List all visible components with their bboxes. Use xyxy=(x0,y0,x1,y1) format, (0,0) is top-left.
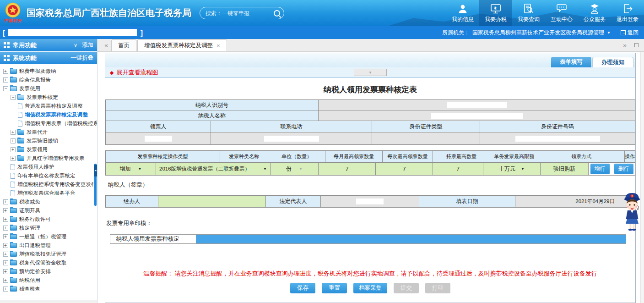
sidebar-section-system[interactable]: 系统功能 一键折叠 xyxy=(0,52,97,64)
sidebar-item[interactable]: 发票领用人维护 xyxy=(0,163,97,171)
tree-toggle-icon[interactable] xyxy=(3,278,8,283)
tree-toggle-icon[interactable] xyxy=(3,217,8,222)
search-icon[interactable] xyxy=(274,10,280,17)
sidebar-item[interactable]: 税费申报及缴纳 xyxy=(0,67,97,76)
sidebar-item[interactable]: 纳税信用 xyxy=(0,276,97,285)
sidebar-item[interactable]: 核定管理 xyxy=(0,224,97,232)
app-window: 中国税务 国家税务总局广西壮族自治区电子税务局 我的信息 我要办税 xyxy=(0,0,644,303)
tree-toggle-icon[interactable] xyxy=(3,286,8,292)
sidebar-item[interactable]: 证明开具 xyxy=(0,206,97,215)
form-action-button[interactable]: 打印 xyxy=(425,283,450,293)
sidebar-item[interactable]: 综合信息报告 xyxy=(0,76,97,84)
close-tab-icon[interactable]: × xyxy=(216,40,220,51)
sidebar-item[interactable]: 增值税抵扣凭证管理 xyxy=(0,250,97,259)
operation-type-select[interactable]: 增加▼ xyxy=(106,163,156,176)
tabs-scroll-right-icon[interactable]: » xyxy=(620,39,630,51)
tree-toggle-icon[interactable] xyxy=(3,208,8,213)
sidebar-item[interactable]: 印有本单位名称发票核定 xyxy=(0,171,97,180)
tree-toggle-icon[interactable] xyxy=(3,252,8,257)
tree-node-icon xyxy=(11,164,15,170)
nav-interaction[interactable]: 互动中心 xyxy=(545,0,578,26)
collapse-all-button[interactable]: 一键折叠 xyxy=(70,54,93,62)
per-time-max-input[interactable]: 7 xyxy=(376,163,433,176)
unit-select[interactable]: 份▼ xyxy=(271,163,319,176)
tree-toggle-icon[interactable] xyxy=(3,234,8,239)
tree-node-icon xyxy=(11,190,15,196)
tabs-scroll-left-icon[interactable]: « xyxy=(101,39,111,51)
agent-input-cell[interactable] xyxy=(158,196,266,208)
sidebar-item[interactable]: 普通发票票种核定及调整 xyxy=(0,102,97,110)
sidebar-item[interactable]: 增值税专用发票（增值税税控系 xyxy=(0,119,97,128)
nav-do-tax[interactable]: 我要办税 xyxy=(479,0,512,26)
invoice-type-select[interactable]: 2016版增值税普通发票（二联折叠票）▼ xyxy=(156,163,271,176)
back-button[interactable]: 返回 xyxy=(621,29,639,37)
tree-toggle-icon[interactable] xyxy=(11,130,16,135)
tree-toggle-icon[interactable] xyxy=(3,69,8,74)
add-button[interactable]: 添加 xyxy=(82,41,93,49)
chevron-down-icon[interactable]: ▼ xyxy=(607,31,611,35)
section-bar-tab[interactable]: 纳税人领用发票票种核定 xyxy=(110,235,196,243)
sidebar-item[interactable]: 稽查检查 xyxy=(0,285,97,293)
holding-max-input[interactable]: 7 xyxy=(433,163,483,176)
sidebar-item[interactable]: 发票领用 xyxy=(0,145,97,154)
sidebar-item[interactable]: 增值税发票综合服务平台 xyxy=(0,189,97,198)
sidebar-item[interactable]: 发票票种核定 xyxy=(0,93,97,102)
tree-toggle-icon[interactable] xyxy=(3,269,8,274)
tab-form-fill[interactable]: 表单填写 xyxy=(551,57,591,67)
agent-input[interactable] xyxy=(158,196,265,207)
tree-toggle-icon[interactable] xyxy=(11,147,16,152)
sidebar-item[interactable]: 增值税税控系统专用设备变更发行 xyxy=(0,180,97,189)
sidebar-collapse-handle[interactable]: ◄ xyxy=(94,165,97,176)
main-scrollbar-track[interactable] xyxy=(640,52,644,303)
nav-query[interactable]: 我要查询 xyxy=(512,0,545,26)
sidebar-item[interactable]: 税务代保管资金收取 xyxy=(0,259,97,267)
tree-toggle-icon[interactable] xyxy=(11,138,16,143)
expand-flow-chart-link[interactable]: 展开查看流程图 xyxy=(116,68,158,77)
delete-row-button[interactable]: 删行 xyxy=(614,164,633,174)
sidebar-item[interactable]: 出口退税管理 xyxy=(0,241,97,250)
tab-instructions[interactable]: 办理须知 xyxy=(592,57,633,67)
tab-home[interactable]: 首页 xyxy=(111,39,136,51)
tab-vat-invoice-approval[interactable]: 增值税发票票种核定及调整 × xyxy=(137,39,227,51)
tree-node-icon xyxy=(11,182,15,187)
nav-my-info[interactable]: 我的信息 xyxy=(446,0,479,26)
global-search[interactable] xyxy=(200,7,284,19)
chevron-down-icon[interactable]: ∨ xyxy=(74,42,77,48)
sidebar-item[interactable]: 预约定价安排 xyxy=(0,267,97,276)
form-panel: 表单填写 办理须知 ◆ 展开查看流程图 ▼ 纳税人领用发票票种核定表 纳税人识别… xyxy=(105,53,636,303)
sidebar-item[interactable]: 增值税发票票种核定及调整 xyxy=(0,110,97,119)
tree-toggle-icon[interactable] xyxy=(3,243,8,248)
sidebar-item[interactable]: 发票使用 xyxy=(0,84,97,93)
monthly-max-input[interactable]: 7 xyxy=(319,163,376,176)
form-action-button[interactable]: 重置 xyxy=(322,283,347,293)
tree-toggle-icon[interactable] xyxy=(3,77,8,83)
tree-toggle-icon[interactable] xyxy=(11,156,16,161)
sidebar-item[interactable]: 开具红字增值税专用发票 xyxy=(0,154,97,163)
tree-toggle-icon[interactable] xyxy=(11,95,16,100)
form-action-button[interactable]: 保存 xyxy=(290,283,315,293)
tree-toggle-icon[interactable] xyxy=(3,260,8,265)
receiver-value xyxy=(106,132,211,145)
form-action-button[interactable]: 档案采集 xyxy=(353,283,387,293)
chevron-down-icon: ▼ xyxy=(263,167,267,171)
tree-toggle-icon[interactable] xyxy=(3,226,8,231)
tree-toggle-icon[interactable] xyxy=(3,199,8,204)
sidebar-item[interactable]: 税收减免 xyxy=(0,198,97,206)
flow-dropdown[interactable]: ▼ xyxy=(354,69,387,76)
search-input[interactable] xyxy=(206,10,274,17)
tree-node-icon xyxy=(10,199,17,204)
tree-toggle-icon[interactable] xyxy=(3,86,8,91)
sidebar-item[interactable]: 税务行政许可 xyxy=(0,215,97,224)
max-amount-select[interactable]: 十万元▼ xyxy=(483,163,541,176)
sidebar-item[interactable]: 发票代开 xyxy=(0,128,97,137)
sidebar-item[interactable]: 发票验旧缴销 xyxy=(0,137,97,145)
sidebar-item[interactable]: 一般退（抵）税管理 xyxy=(0,232,97,241)
nav-public-service[interactable]: 公众服务 xyxy=(578,0,611,26)
form-action-button[interactable]: 提交 xyxy=(394,283,419,293)
sidebar-hscrollbar[interactable] xyxy=(0,300,97,303)
sidebar-section-common[interactable]: 常用功能 ∨ 添加 xyxy=(0,39,97,51)
sidebar-tree: 税费申报及缴纳 综合信息报告 发票使用 发票票种核定 xyxy=(0,65,97,293)
add-row-button[interactable]: 增行 xyxy=(590,164,610,174)
nav-logout[interactable]: 退出登录 xyxy=(611,0,644,26)
maximize-icon[interactable] xyxy=(634,43,639,47)
